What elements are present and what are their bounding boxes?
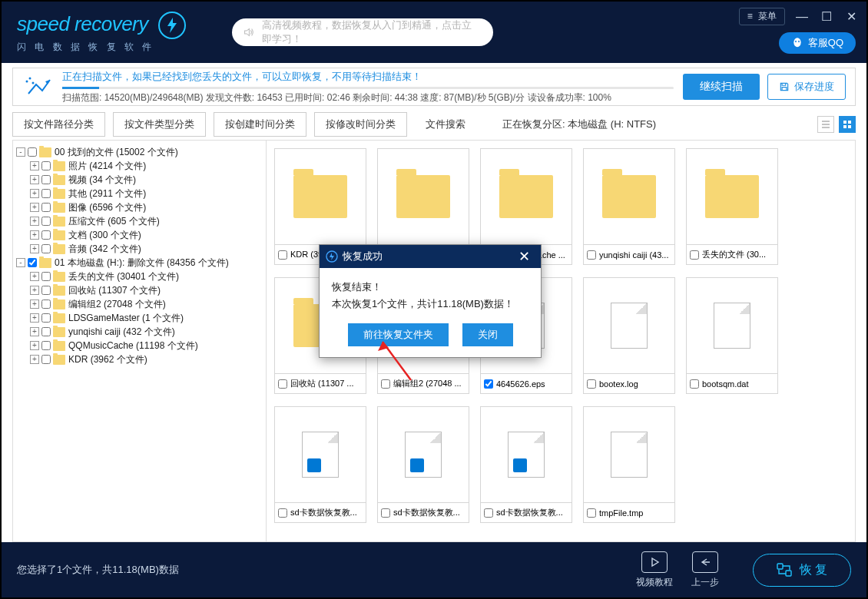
item-checkbox[interactable]: [587, 508, 596, 518]
recover-button[interactable]: 恢 复: [753, 554, 851, 587]
tree-row[interactable]: +图像 (6596 个文件): [16, 200, 263, 214]
menu-button[interactable]: ≡ 菜单: [739, 8, 785, 25]
tree-row[interactable]: +LDSGameMaster (1 个文件): [16, 311, 263, 325]
tree-row[interactable]: +其他 (2911 个文件): [16, 187, 263, 200]
tree-row[interactable]: +音频 (342 个文件): [16, 242, 263, 256]
dialog-close-button[interactable]: 关闭: [462, 323, 513, 346]
tree-label: 编辑组2 (27048 个文件): [68, 298, 166, 311]
tree-checkbox[interactable]: [41, 300, 51, 309]
tree-row[interactable]: +压缩文件 (605 个文件): [16, 214, 263, 228]
item-checkbox[interactable]: [587, 250, 596, 260]
tree-checkbox[interactable]: [41, 203, 51, 212]
minimize-button[interactable]: —: [794, 10, 810, 24]
item-checkbox[interactable]: [278, 379, 287, 389]
tree-row[interactable]: +QQMusicCache (11198 个文件): [16, 339, 263, 352]
folder-icon: [602, 175, 656, 218]
item-checkbox[interactable]: [381, 379, 390, 389]
tab-by-created[interactable]: 按创建时间分类: [214, 112, 306, 137]
expand-toggle[interactable]: +: [30, 189, 39, 198]
thumbnail: [584, 149, 674, 244]
tab-search[interactable]: 文件搜索: [415, 113, 476, 136]
tutorial-text: 高清视频教程，数据恢复从入门到精通，点击立即学习！: [262, 18, 477, 46]
tree-checkbox[interactable]: [41, 230, 51, 240]
expand-toggle[interactable]: +: [30, 244, 39, 253]
thumbnail: [687, 149, 777, 244]
tree-row[interactable]: +照片 (4214 个文件): [16, 159, 263, 173]
expand-toggle[interactable]: +: [30, 217, 39, 226]
item-checkbox[interactable]: [484, 508, 493, 518]
dialog-titlebar[interactable]: 恢复成功 ✕: [320, 245, 541, 268]
tree-checkbox[interactable]: [41, 217, 51, 226]
grid-item[interactable]: bootex.log: [583, 277, 675, 394]
tree-row[interactable]: +yunqishi caiji (432 个文件): [16, 325, 263, 339]
tree-checkbox[interactable]: [41, 189, 51, 198]
tree-row[interactable]: +视频 (34 个文件): [16, 173, 263, 187]
item-checkbox[interactable]: [690, 250, 699, 260]
continue-scan-button[interactable]: 继续扫描: [683, 74, 760, 100]
dialog-close-icon[interactable]: ✕: [514, 248, 535, 265]
item-checkbox[interactable]: [587, 379, 596, 389]
expand-toggle[interactable]: +: [30, 161, 39, 170]
expand-toggle[interactable]: +: [30, 203, 39, 212]
expand-toggle[interactable]: +: [30, 175, 39, 184]
folder-icon: [53, 189, 65, 199]
expand-toggle[interactable]: +: [30, 272, 39, 281]
tree-checkbox[interactable]: [41, 161, 51, 170]
expand-toggle[interactable]: +: [30, 286, 39, 295]
expand-toggle[interactable]: +: [30, 355, 39, 364]
tree-checkbox[interactable]: [28, 258, 37, 267]
qq-support-button[interactable]: 客服QQ: [779, 32, 856, 54]
tree-row[interactable]: +回收站 (11307 个文件): [16, 283, 263, 297]
close-button[interactable]: ✕: [843, 9, 859, 24]
expand-toggle[interactable]: +: [30, 300, 39, 309]
tree-checkbox[interactable]: [28, 147, 37, 157]
expand-toggle[interactable]: -: [16, 258, 25, 267]
tree-checkbox[interactable]: [41, 175, 51, 184]
tree-checkbox[interactable]: [41, 341, 51, 350]
tab-by-path[interactable]: 按文件路径分类: [12, 112, 105, 137]
tree-checkbox[interactable]: [41, 244, 51, 253]
folder-tree[interactable]: -00 找到的文件 (15002 个文件)+照片 (4214 个文件)+视频 (…: [13, 141, 267, 541]
tree-checkbox[interactable]: [41, 327, 51, 336]
item-checkbox[interactable]: [484, 379, 493, 389]
item-checkbox[interactable]: [278, 508, 287, 518]
expand-toggle[interactable]: +: [30, 327, 39, 336]
save-progress-button[interactable]: 保存进度: [767, 74, 846, 100]
tree-row[interactable]: -01 本地磁盘 (H:): 删除文件 (84356 个文件): [16, 256, 263, 270]
item-checkbox[interactable]: [690, 379, 699, 389]
tree-checkbox[interactable]: [41, 286, 51, 295]
tree-checkbox[interactable]: [41, 355, 51, 364]
tree-checkbox[interactable]: [41, 313, 51, 323]
tab-by-modified[interactable]: 按修改时间分类: [314, 112, 407, 137]
item-checkbox[interactable]: [278, 250, 287, 260]
tree-row[interactable]: +丢失的文件 (30401 个文件): [16, 270, 263, 283]
tree-row[interactable]: +文档 (300 个文件): [16, 228, 263, 242]
grid-item[interactable]: 丢失的文件 (30...: [686, 148, 778, 265]
grid-item[interactable]: sd卡数据恢复教...: [480, 406, 572, 523]
tree-checkbox[interactable]: [41, 272, 51, 281]
tree-row[interactable]: +KDR (3962 个文件): [16, 352, 263, 366]
expand-toggle[interactable]: -: [16, 147, 25, 157]
expand-toggle[interactable]: +: [30, 341, 39, 350]
tutorial-pill[interactable]: 高清视频教程，数据恢复从入门到精通，点击立即学习！: [232, 18, 493, 46]
thumbnail: [275, 407, 366, 502]
tree-row[interactable]: +编辑组2 (27048 个文件): [16, 297, 263, 311]
expand-toggle[interactable]: +: [30, 313, 39, 323]
grid-item[interactable]: bootsqm.dat: [686, 277, 778, 394]
grid-item[interactable]: yunqishi caiji (43...: [583, 148, 675, 265]
tab-by-type[interactable]: 按文件类型分类: [113, 112, 206, 137]
video-tutorial-button[interactable]: 视频教程: [636, 551, 673, 589]
item-label: sd卡数据恢复教...: [393, 507, 460, 518]
view-grid-button[interactable]: [839, 116, 856, 133]
grid-item[interactable]: sd卡数据恢复教...: [377, 406, 469, 523]
maximize-button[interactable]: ☐: [819, 9, 834, 24]
grid-item[interactable]: tmpFile.tmp: [583, 406, 675, 523]
goto-folder-button[interactable]: 前往恢复文件夹: [348, 323, 449, 346]
tree-row[interactable]: -00 找到的文件 (15002 个文件): [16, 145, 263, 159]
view-list-button[interactable]: [817, 116, 834, 133]
tree-label: KDR (3962 个文件): [68, 353, 147, 366]
expand-toggle[interactable]: +: [30, 230, 39, 240]
grid-item[interactable]: sd卡数据恢复教...: [274, 406, 366, 523]
back-button[interactable]: 上一步: [691, 551, 719, 589]
item-checkbox[interactable]: [381, 508, 390, 518]
